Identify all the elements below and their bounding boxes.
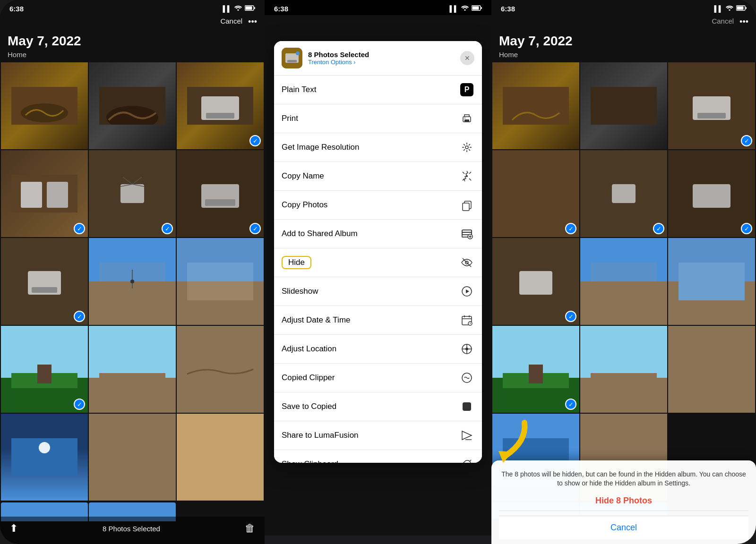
hide-icon	[459, 255, 474, 270]
location-label: Trenton	[308, 59, 329, 66]
svg-rect-29	[187, 263, 253, 281]
svg-rect-49	[464, 119, 469, 122]
photo-cell[interactable]	[177, 326, 264, 413]
menu-item-adjust-location[interactable]: Adjust Location	[274, 335, 482, 364]
svg-rect-54	[463, 203, 469, 211]
share-icon[interactable]: ⬆	[9, 522, 18, 535]
hide-outlined-button[interactable]: Hide	[282, 256, 311, 269]
share-options-link[interactable]: Trenton Options ›	[308, 59, 460, 66]
photo-cell[interactable]: ✓	[668, 62, 755, 149]
menu-item-copy-photos[interactable]: Copy Photos	[274, 191, 482, 220]
svg-rect-86	[697, 113, 726, 119]
menu-item-adjust-date-time[interactable]: Adjust Date & Time	[274, 306, 482, 335]
cancel-button[interactable]: Cancel	[220, 17, 242, 27]
left-status-icons: ▌▌	[223, 5, 255, 12]
photo-cell[interactable]	[89, 414, 176, 501]
share-sheet: 8 Photos Selected Trenton Options › ✕ Pl…	[274, 41, 482, 463]
photo-cell[interactable]: ✓	[492, 326, 579, 413]
close-button[interactable]: ✕	[460, 51, 474, 65]
get-image-resolution-icon	[459, 140, 474, 155]
photo-cell[interactable]	[89, 62, 176, 149]
left-time: 6:38	[9, 5, 24, 13]
cancel-button[interactable]: Cancel	[499, 516, 748, 539]
hide-confirmation-overlay: The 8 photos will be hidden, but can be …	[491, 460, 756, 544]
menu-item-show-clipboard[interactable]: Show Clipboard	[274, 450, 482, 463]
photo-cell[interactable]	[89, 238, 176, 325]
photo-cell[interactable]: ✓	[177, 62, 264, 149]
share-lumafusion-label: Share to LumaFusion	[282, 431, 359, 440]
menu-item-hide[interactable]: Hide	[274, 248, 482, 277]
photo-cell[interactable]: ✓	[1, 150, 88, 237]
right-cancel-button[interactable]: Cancel	[712, 17, 734, 27]
menu-item-add-to-shared-album[interactable]: Add to Shared Album	[274, 220, 482, 248]
menu-item-copied-clipper[interactable]: Copied Clipper	[274, 364, 482, 392]
selected-count-label: 8 Photos Selected	[103, 525, 160, 533]
photo-cell[interactable]	[580, 238, 667, 325]
photo-cell[interactable]: ✓	[492, 238, 579, 325]
photo-cell[interactable]: ✓	[177, 150, 264, 237]
photo-cell[interactable]	[177, 238, 264, 325]
photo-cell[interactable]	[580, 326, 667, 413]
share-sheet-header: 8 Photos Selected Trenton Options › ✕	[274, 41, 482, 76]
slideshow-icon	[459, 284, 474, 299]
photo-cell[interactable]	[668, 326, 755, 413]
save-to-copied-label: Save to Copied	[282, 402, 336, 411]
svg-rect-39	[99, 438, 165, 476]
arrow-annotation	[491, 418, 534, 467]
adjust-date-time-label: Adjust Date & Time	[282, 315, 351, 325]
photo-cell[interactable]: ✓	[492, 150, 579, 237]
svg-rect-81	[746, 7, 747, 9]
check-badge: ✓	[741, 223, 752, 234]
wifi-icon	[461, 5, 469, 12]
wifi-icon	[234, 5, 242, 12]
delete-icon[interactable]: 🗑	[245, 522, 255, 535]
photo-cell[interactable]: ✓	[1, 238, 88, 325]
photo-cell[interactable]	[1, 414, 88, 501]
svg-point-47	[296, 51, 300, 55]
photo-cell[interactable]	[580, 62, 667, 149]
share-lumafusion-icon	[459, 428, 474, 443]
check-badge: ✓	[565, 223, 576, 234]
svg-rect-46	[287, 60, 297, 62]
photo-cell[interactable]: ✓	[668, 150, 755, 237]
options-label[interactable]: Options ›	[331, 59, 356, 66]
left-phone-panel: 6:38 ▌▌ Cancel ••• May 7, 2022 Home	[0, 0, 265, 544]
photos-count-label: 8 Photos Selected	[308, 51, 460, 59]
svg-point-51	[465, 146, 468, 149]
photo-cell[interactable]	[177, 414, 264, 501]
check-badge: ✓	[565, 311, 576, 322]
plain-text-icon: P	[459, 82, 474, 97]
photos-grid: ✓ ✓	[0, 62, 265, 501]
menu-item-get-image-resolution[interactable]: Get Image Resolution	[274, 133, 482, 162]
photo-cell[interactable]: ✓	[89, 150, 176, 237]
signal-icon: ▌▌	[714, 5, 723, 12]
close-icon: ✕	[464, 54, 470, 62]
photo-cell[interactable]	[89, 326, 176, 413]
menu-item-print[interactable]: Print	[274, 104, 482, 133]
svg-rect-36	[187, 350, 253, 388]
copied-clipper-label: Copied Clipper	[282, 373, 335, 382]
svg-point-28	[130, 280, 134, 283]
more-options-button[interactable]: •••	[248, 17, 257, 27]
menu-item-copy-name[interactable]: Copy Name	[274, 162, 482, 191]
right-more-options-button[interactable]: •••	[739, 17, 748, 27]
slideshow-label: Slideshow	[282, 287, 318, 296]
signal-icon: ▌▌	[223, 5, 232, 12]
svg-rect-83	[591, 87, 657, 125]
photo-cell[interactable]: ✓	[580, 150, 667, 237]
menu-item-plain-text[interactable]: Plain Text P	[274, 76, 482, 104]
photo-cell[interactable]	[492, 62, 579, 149]
svg-point-50	[464, 118, 465, 119]
menu-item-share-lumafusion[interactable]: Share to LumaFusion	[274, 421, 482, 450]
hide-action-label[interactable]: Hide 8 Photos	[499, 496, 748, 506]
photo-cell[interactable]: ✓	[1, 326, 88, 413]
menu-list: Plain Text P Print	[274, 76, 482, 463]
menu-item-save-to-copied[interactable]: Save to Copied	[274, 392, 482, 421]
right-date-header: May 7, 2022	[491, 29, 756, 51]
menu-item-slideshow[interactable]: Slideshow	[274, 277, 482, 306]
location-header: Home	[0, 51, 265, 62]
photo-cell[interactable]	[668, 238, 755, 325]
hide-label: Hide	[284, 257, 309, 268]
battery-icon	[472, 5, 482, 12]
photo-cell[interactable]	[1, 62, 88, 149]
